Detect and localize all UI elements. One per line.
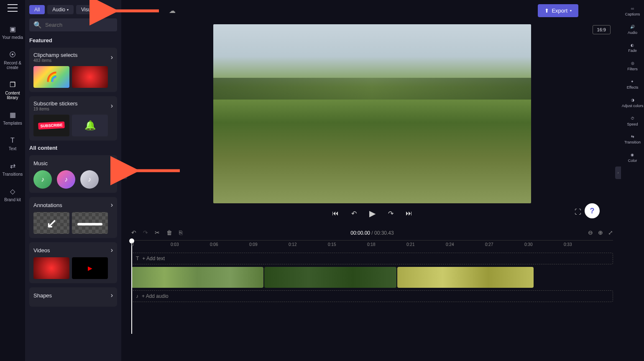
card-header[interactable]: Subscribe stickers 19 items › [33,100,113,111]
music-genre-1[interactable]: ♪ [33,170,52,189]
fullscreen-button[interactable]: ⛶ [575,208,581,216]
redo-button[interactable]: ↷ [143,229,148,236]
timeline: ↶ ↷ ✂ 🗑 ⎘ 00:00.00 / 00:30.43 ⊖ ⊕ ⤢ 00:0… [125,226,619,361]
search-input[interactable] [45,22,115,28]
music-genre-2[interactable]: ♪ [57,170,75,189]
clip-2[interactable] [264,267,396,288]
text-icon: T [136,256,139,261]
fit-button[interactable]: ⤢ [608,229,613,236]
rail-transitions[interactable]: ⇄Transitions [0,160,25,178]
music-icon: ♪ [136,293,138,299]
media-icon: ▣ [8,25,17,33]
thumb-abstract[interactable] [72,66,108,88]
current-time: 00:00.00 [350,230,370,236]
video-track [131,267,613,288]
card-title: Clipchamp selects [33,52,78,58]
section-all-content: All content [29,145,117,151]
card-videos: Videos › [29,242,117,283]
rrail-fade[interactable]: ◐Fade [628,44,637,54]
chevron-right-icon: › [111,201,113,209]
filters-icon: ◎ [631,61,634,66]
rail-templates[interactable]: ▦Templates [0,109,25,127]
video-preview[interactable] [213,24,531,203]
card-subscribe-stickers: Subscribe stickers 19 items › [29,96,117,141]
rrail-adjust-colors[interactable]: ◑Adjust colors [622,98,644,108]
thumb-subscribe[interactable] [33,115,69,136]
thumb-arrow[interactable] [33,212,69,234]
card-header[interactable]: Clipchamp selects 483 items › [33,52,113,63]
music-genre-3[interactable]: ♪ [80,170,99,189]
aspect-ratio-button[interactable]: 16:9 [593,25,611,34]
duplicate-button[interactable]: ⎘ [179,229,182,236]
card-title: Shapes [33,292,52,299]
playhead[interactable] [131,241,132,334]
chip-audio[interactable]: Audio▾ [47,5,74,14]
cloud-sync-icon[interactable]: ☁ [169,7,176,15]
rrail-audio[interactable]: 🔊Audio [628,25,637,35]
thumb-bell[interactable] [72,115,108,136]
help-button[interactable]: ? [585,203,600,218]
rewind-button[interactable]: ↶ [349,208,359,218]
rail-record[interactable]: ⦿Record & create [0,49,25,72]
rrail-speed[interactable]: ⏱Speed [627,117,638,127]
right-rail: ㏄Captions 🔊Audio ◐Fade ◎Filters ✦Effects… [621,0,644,361]
delete-button[interactable]: 🗑 [166,229,172,236]
audio-track[interactable]: ♪+ Add audio [131,290,613,302]
card-header[interactable]: Music › [33,159,113,167]
clip-3[interactable] [397,267,534,288]
text-track[interactable]: T+ Add text [131,253,613,264]
play-button[interactable]: ▶ [367,208,377,218]
undo-button[interactable]: ↶ [131,229,136,236]
card-header[interactable]: Shapes › [33,292,113,299]
forward-button[interactable]: ↷ [386,208,396,218]
timeline-ruler[interactable]: 00:030:060:090:120:150:180:210:240:270:3… [131,240,613,250]
chip-visuals[interactable]: Visuals▾ [76,5,105,14]
card-title: Subscribe stickers [33,100,77,107]
zoom-in-button[interactable]: ⊕ [598,229,603,236]
filter-chips: All Audio▾ Visuals▾ [29,5,117,14]
export-button[interactable]: ⬆ Export ▾ [538,4,578,17]
adjust-icon: ◑ [631,98,634,102]
rail-text[interactable]: TText [0,135,25,153]
thumb-rainbow[interactable] [33,66,69,88]
card-header[interactable]: Annotations › [33,201,113,209]
clip-1[interactable] [131,267,263,288]
rail-label: Text [9,146,16,151]
rail-brand-kit[interactable]: ◇Brand kit [0,186,25,204]
text-icon: T [8,136,17,145]
card-shapes: Shapes › [29,287,117,307]
ruler-tick: 0:21 [406,242,414,247]
rail-content-library[interactable]: ❐Content library [0,79,25,102]
thumb-line[interactable] [72,212,108,234]
zoom-out-button[interactable]: ⊖ [588,229,593,236]
ruler-tick: 0:12 [289,242,296,247]
skip-forward-button[interactable]: ⏭ [404,208,414,218]
chevron-right-icon: › [111,102,113,110]
card-subtitle: 19 items [33,107,77,111]
card-annotations: Annotations › [29,197,117,238]
card-title: Music [33,160,48,166]
search-box[interactable]: 🔍 [29,18,117,31]
total-time: 00:30.43 [374,230,394,236]
card-title: Annotations [33,202,62,208]
card-header[interactable]: Videos › [33,246,113,254]
rrail-captions[interactable]: ㏄Captions [625,7,640,17]
rrail-color[interactable]: ◉Color [628,153,637,163]
skip-back-button[interactable]: ⏮ [330,208,340,218]
content-panel: All Audio▾ Visuals▾ 🔍 Featured Clipchamp… [25,0,121,361]
thumb-video-2[interactable] [72,257,108,279]
rrail-filters[interactable]: ◎Filters [627,61,638,72]
thumb-video-1[interactable] [33,257,69,279]
rail-label: Your media [2,35,23,40]
menu-icon[interactable] [8,4,18,12]
ruler-tick: 0:24 [446,242,454,247]
split-button[interactable]: ✂ [155,229,160,236]
rrail-effects[interactable]: ✦Effects [627,80,638,90]
chevron-right-icon: › [111,292,113,299]
chevron-down-icon: ▾ [67,8,69,12]
transitions-icon: ⇄ [8,162,17,170]
rrail-transition[interactable]: ⇆Transition [624,135,641,145]
chevron-right-icon: › [111,54,113,61]
chip-all[interactable]: All [29,5,45,14]
rail-your-media[interactable]: ▣Your media [0,23,25,41]
